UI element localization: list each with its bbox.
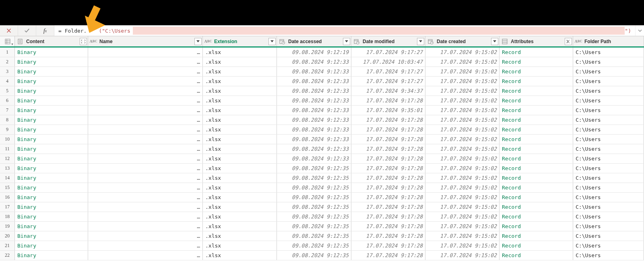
content-cell[interactable]: Binary (15, 154, 88, 163)
attributes-cell[interactable]: Record (500, 106, 573, 115)
column-header-date-modified[interactable]: Date modified (351, 36, 425, 46)
content-cell[interactable]: Binary (15, 212, 88, 221)
expand-column-button[interactable] (565, 38, 572, 45)
content-cell[interactable]: Binary (15, 202, 88, 212)
attributes-cell[interactable]: Record (500, 173, 573, 183)
attributes-cell[interactable]: Record (500, 135, 573, 144)
attributes-cell[interactable]: Record (500, 222, 573, 231)
attributes-cell[interactable]: Record (500, 212, 573, 221)
table-row[interactable]: 15Binary….xlsx09.08.2024 9:12:3517.07.20… (0, 183, 644, 193)
name-cell: … (88, 212, 203, 221)
content-cell[interactable]: Binary (15, 222, 88, 231)
column-header-extension[interactable]: ABC Extension (203, 36, 277, 46)
extension-cell: .xlsx (203, 86, 277, 96)
table-row[interactable]: 14Binary….xlsx09.08.2024 9:12:3517.07.20… (0, 173, 644, 183)
formula-input[interactable]: = Folder.("C:\Users") (54, 25, 635, 36)
attributes-cell[interactable]: Record (500, 241, 573, 250)
content-cell[interactable]: Binary (15, 96, 88, 105)
table-row[interactable]: 6Binary….xlsx09.08.2024 9:12:3317.07.202… (0, 96, 644, 106)
table-row[interactable]: 9Binary….xlsx09.08.2024 9:12:3317.07.202… (0, 125, 644, 135)
table-options-button[interactable]: ▼ (0, 36, 15, 46)
attributes-cell[interactable]: Record (500, 57, 573, 67)
fx-button[interactable]: fx (36, 25, 54, 36)
table-row[interactable]: 19Binary….xlsx09.08.2024 9:12:3517.07.20… (0, 222, 644, 231)
attributes-cell[interactable]: Record (500, 96, 573, 105)
attributes-cell[interactable]: Record (500, 86, 573, 96)
table-row[interactable]: 16Binary….xlsx09.08.2024 9:12:3517.07.20… (0, 193, 644, 202)
attributes-cell[interactable]: Record (500, 164, 573, 173)
table-row[interactable]: 1Binary….xlsx09.08.2024 9:12:1917.07.202… (0, 48, 644, 57)
attributes-cell[interactable]: Record (500, 125, 573, 134)
content-cell[interactable]: Binary (15, 183, 88, 192)
attributes-cell[interactable]: Record (500, 251, 573, 260)
table-row[interactable]: 12Binary….xlsx09.08.2024 9:12:3317.07.20… (0, 154, 644, 164)
attributes-cell[interactable]: Record (500, 115, 573, 125)
date-modified-cell: 17.07.2024 9:17:28 (351, 231, 425, 241)
table-row[interactable]: 21Binary….xlsx09.08.2024 9:12:3517.07.20… (0, 241, 644, 251)
content-cell[interactable]: Binary (15, 115, 88, 125)
filter-dropdown-button[interactable] (194, 38, 202, 45)
table-row[interactable]: 13Binary….xlsx09.08.2024 9:12:3517.07.20… (0, 164, 644, 173)
column-header-folder-path[interactable]: ABC Folder Path (573, 36, 644, 46)
name-cell: … (88, 115, 203, 125)
table-row[interactable]: 5Binary….xlsx09.08.2024 9:12:3317.07.202… (0, 86, 644, 96)
content-cell[interactable]: Binary (15, 251, 88, 260)
expand-column-button[interactable] (80, 38, 87, 45)
attributes-cell[interactable]: Record (500, 193, 573, 202)
folder-path-cell: C:\Users (573, 57, 644, 67)
column-header-attributes[interactable]: Attributes (500, 36, 573, 46)
attributes-cell[interactable]: Record (500, 183, 573, 192)
table-row[interactable]: 11Binary….xlsx09.08.2024 9:12:3317.07.20… (0, 144, 644, 154)
column-header-date-accessed[interactable]: Date accessed (277, 36, 351, 46)
content-cell[interactable]: Binary (15, 77, 88, 86)
table-row[interactable]: 10Binary….xlsx09.08.2024 9:12:3317.07.20… (0, 135, 644, 144)
row-number: 7 (0, 106, 15, 115)
filter-dropdown-button[interactable] (268, 38, 276, 45)
filter-dropdown-button[interactable] (343, 38, 350, 45)
content-cell[interactable]: Binary (15, 48, 88, 57)
content-cell[interactable]: Binary (15, 67, 88, 76)
column-label: Date accessed (287, 39, 322, 44)
content-cell[interactable]: Binary (15, 125, 88, 134)
filter-dropdown-button[interactable] (491, 38, 498, 45)
table-row[interactable]: 4Binary….xlsx09.08.2024 9:12:3317.07.202… (0, 77, 644, 86)
content-cell[interactable]: Binary (15, 231, 88, 241)
table-row[interactable]: 8Binary….xlsx09.08.2024 9:12:3317.07.202… (0, 115, 644, 125)
content-cell[interactable]: Binary (15, 144, 88, 154)
attributes-cell[interactable]: Record (500, 144, 573, 154)
content-cell[interactable]: Binary (15, 241, 88, 250)
content-cell[interactable]: Binary (15, 164, 88, 173)
date-created-cell: 17.07.2024 9:15:02 (425, 183, 500, 192)
column-header-date-created[interactable]: Date created (425, 36, 500, 46)
extension-cell: .xlsx (203, 57, 277, 67)
attributes-cell[interactable]: Record (500, 154, 573, 163)
content-cell[interactable]: Binary (15, 135, 88, 144)
content-cell[interactable]: Binary (15, 106, 88, 115)
datetime-type-icon (427, 38, 434, 45)
table-row[interactable]: 2Binary….xlsx09.08.2024 9:12:3317.07.202… (0, 57, 644, 67)
attributes-cell[interactable]: Record (500, 231, 573, 241)
formula-dropdown-icon[interactable] (635, 25, 644, 36)
row-number: 14 (0, 173, 15, 183)
attributes-cell[interactable]: Record (500, 202, 573, 212)
filter-dropdown-button[interactable] (417, 38, 424, 45)
content-cell[interactable]: Binary (15, 86, 88, 96)
column-header-content[interactable]: Content (15, 36, 88, 46)
name-cell: … (88, 154, 203, 163)
content-cell[interactable]: Binary (15, 173, 88, 183)
table-row[interactable]: 3Binary….xlsx09.08.2024 9:12:3317.07.202… (0, 67, 644, 77)
attributes-cell[interactable]: Record (500, 77, 573, 86)
column-header-name[interactable]: ABC Name (88, 36, 203, 46)
cancel-button[interactable] (0, 25, 18, 36)
table-row[interactable]: 20Binary….xlsx09.08.2024 9:12:3517.07.20… (0, 231, 644, 241)
table-row[interactable]: 7Binary….xlsx09.08.2024 9:12:3317.07.202… (0, 106, 644, 115)
table-row[interactable]: 22Binary….xlsx09.08.2024 9:12:3517.07.20… (0, 251, 644, 260)
content-cell[interactable]: Binary (15, 193, 88, 202)
content-cell[interactable]: Binary (15, 57, 88, 67)
table-row[interactable]: 17Binary….xlsx09.08.2024 9:12:3517.07.20… (0, 202, 644, 212)
table-row[interactable]: 18Binary….xlsx09.08.2024 9:12:3517.07.20… (0, 212, 644, 222)
extension-cell: .xlsx (203, 115, 277, 125)
attributes-cell[interactable]: Record (500, 67, 573, 76)
attributes-cell[interactable]: Record (500, 48, 573, 57)
accept-button[interactable] (18, 25, 36, 36)
